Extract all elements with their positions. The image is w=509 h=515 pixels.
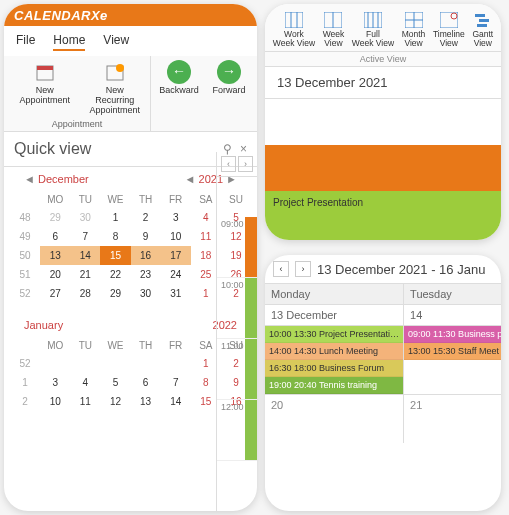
cal-day[interactable]: 23 <box>131 265 161 284</box>
cal-day[interactable]: 27 <box>40 284 70 303</box>
event-item[interactable]: 16:30 18:00 Business Forum <box>265 360 403 377</box>
prev-month-icon[interactable]: ◄ <box>24 173 35 185</box>
event-block[interactable] <box>245 400 257 460</box>
day-date-header: 13 December 2021 <box>265 67 501 99</box>
event-item[interactable]: 19:00 20:40 Tennis training <box>265 377 403 394</box>
ribbon-group-label: Appointment <box>10 119 144 129</box>
cal-day[interactable]: 6 <box>131 373 161 392</box>
cal-day[interactable]: 3 <box>161 208 191 227</box>
cal-day[interactable]: 31 <box>161 284 191 303</box>
cal-day[interactable]: 2 <box>131 208 161 227</box>
next-week-button[interactable]: › <box>295 261 311 277</box>
week-view-button[interactable]: Week View <box>323 10 345 49</box>
svg-rect-1 <box>37 66 53 70</box>
event-item[interactable]: 14:00 14:30 Lunch Meeting <box>265 343 403 360</box>
menu-home[interactable]: Home <box>53 31 85 51</box>
arrow-left-icon: ← <box>167 60 191 84</box>
new-recurring-button[interactable]: New Recurring Appointment <box>85 60 144 116</box>
date-cell[interactable]: 13 December <box>265 305 403 326</box>
grid-icon <box>352 10 394 30</box>
svg-point-17 <box>451 13 457 19</box>
cal-day[interactable]: 10 <box>40 392 70 411</box>
week-nav: ‹ › 13 December 2021 - 16 Janu <box>265 255 501 284</box>
cal-day[interactable]: 21 <box>70 265 100 284</box>
cal-day[interactable]: 12 <box>100 392 130 411</box>
active-view-label: Active View <box>265 52 501 67</box>
cal-day[interactable]: 22 <box>100 265 130 284</box>
cal-day[interactable]: 13 <box>40 246 70 265</box>
cal-day[interactable]: 30 <box>131 284 161 303</box>
view-switcher: Work Week View Week View Full Week View … <box>265 4 501 52</box>
col-header-monday: Monday <box>265 284 403 305</box>
event-block[interactable] <box>245 217 257 277</box>
date-cell[interactable]: 20 <box>265 394 403 443</box>
date-cell[interactable]: 14 <box>404 305 501 326</box>
calendar-recurring-icon <box>85 60 144 84</box>
cal-day[interactable]: 29 <box>40 208 70 227</box>
event-item[interactable]: 13:00 15:30 Staff Meet <box>404 343 501 360</box>
grid-icon <box>273 10 315 30</box>
event-item[interactable]: 10:00 13:30 Project Presentati… <box>265 326 403 343</box>
event-allday[interactable] <box>265 145 501 191</box>
ribbon: New Appointment New Recurring Appointmen… <box>4 56 257 132</box>
week-view-panel: ‹ › 13 December 2021 - 16 Janu Monday 13… <box>265 255 501 511</box>
cal-day[interactable]: 13 <box>131 392 161 411</box>
gantt-icon <box>472 10 493 30</box>
svg-rect-16 <box>440 12 458 28</box>
event-project-presentation[interactable]: Project Presentation <box>265 191 501 240</box>
day-timeline: ‹› 09:00 10:00 11:00 12:00 <box>216 152 257 511</box>
cal-day[interactable]: 20 <box>40 265 70 284</box>
prev-year-icon[interactable]: ◄ <box>185 173 196 185</box>
next-day-button[interactable]: › <box>238 156 253 172</box>
prev-day-button[interactable]: ‹ <box>221 156 236 172</box>
cal-day[interactable]: 14 <box>70 246 100 265</box>
work-week-view-button[interactable]: Work Week View <box>273 10 315 49</box>
cal-day[interactable]: 6 <box>40 227 70 246</box>
month-nav-2: January 2022 <box>10 313 251 337</box>
arrow-right-icon: → <box>217 60 241 84</box>
title-bar: CALENDARXe <box>4 4 257 26</box>
day-view-panel: Work Week View Week View Full Week View … <box>265 4 501 240</box>
cal-day[interactable]: 28 <box>70 284 100 303</box>
gantt-view-button[interactable]: Gantt View <box>472 10 493 49</box>
cal-day[interactable]: 10 <box>161 227 191 246</box>
cal-day[interactable]: 5 <box>100 373 130 392</box>
full-week-view-button[interactable]: Full Week View <box>352 10 394 49</box>
month-label: December <box>38 173 89 185</box>
prev-week-button[interactable]: ‹ <box>273 261 289 277</box>
month-view-button[interactable]: Month View <box>402 10 426 49</box>
backward-button[interactable]: ← Backward <box>157 60 201 96</box>
menu-view[interactable]: View <box>103 31 129 51</box>
new-appointment-button[interactable]: New Appointment <box>10 60 79 116</box>
quickview-title: Quick view <box>14 140 91 158</box>
event-item[interactable]: 09:00 11:30 Business p <box>404 326 501 343</box>
cal-day[interactable]: 9 <box>131 227 161 246</box>
forward-button[interactable]: → Forward <box>207 60 251 96</box>
menu-file[interactable]: File <box>16 31 35 51</box>
week-grid: Monday 13 December 10:00 13:30 Project P… <box>265 284 501 443</box>
svg-rect-18 <box>475 14 485 17</box>
event-block[interactable] <box>245 339 257 399</box>
date-cell[interactable]: 21 <box>404 394 501 443</box>
cal-day[interactable]: 14 <box>161 392 191 411</box>
calendar-icon <box>10 60 79 84</box>
cal-day[interactable]: 24 <box>161 265 191 284</box>
cal-day[interactable]: 3 <box>40 373 70 392</box>
cal-day[interactable]: 8 <box>100 227 130 246</box>
week-range: 13 December 2021 - 16 Janu <box>317 262 485 277</box>
cal-day[interactable]: 29 <box>100 284 130 303</box>
svg-rect-19 <box>479 19 489 22</box>
cal-day[interactable]: 4 <box>70 373 100 392</box>
cal-day[interactable]: 1 <box>100 208 130 227</box>
cal-day[interactable]: 7 <box>70 227 100 246</box>
cal-day[interactable]: 7 <box>161 373 191 392</box>
cal-day[interactable]: 11 <box>70 392 100 411</box>
svg-rect-20 <box>477 24 487 27</box>
timeline-view-button[interactable]: Timeline View <box>433 10 465 49</box>
event-block[interactable] <box>245 278 257 338</box>
cal-day-selected[interactable]: 15 <box>100 246 130 265</box>
cal-day[interactable]: 17 <box>161 246 191 265</box>
cal-day[interactable]: 16 <box>131 246 161 265</box>
cal-day[interactable]: 30 <box>70 208 100 227</box>
clock-icon <box>433 10 465 30</box>
